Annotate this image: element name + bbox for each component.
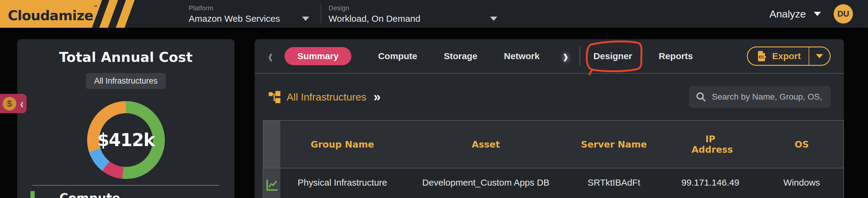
total-annual-cost-card: Total Annual Cost All Infrastructures $4… [17,39,235,198]
column-header-icon [264,121,280,168]
cell-ip-address[interactable]: 99.171.146.49 [661,168,760,198]
filter-row: All Infrastructures » [255,74,844,120]
search-input[interactable] [712,92,824,102]
scope-breadcrumb[interactable]: All Infrastructures [287,91,367,103]
topbar-divider [321,4,321,24]
legend-label: Compute [59,191,120,198]
cell-server-name[interactable]: SRTktIBAdFt [567,168,661,198]
dollar-icon: $ [3,97,16,111]
tab-storage[interactable]: Storage [444,51,477,61]
column-header-group-name[interactable]: Group Name [280,121,404,168]
logo-stripe [115,0,136,28]
column-header-ip-address[interactable]: IP Address [661,121,760,168]
column-header-label: Server Name [581,139,647,150]
main-panel: ‹ Summary Compute Storage Network › Desi… [255,39,844,198]
scope-badge[interactable]: All Infrastructures [86,73,165,89]
export-button[interactable]: Export [747,47,831,66]
tab-designer[interactable]: Designer [593,51,632,61]
export-label: Export [772,51,801,61]
search-icon [695,91,707,102]
line-chart-icon [265,179,278,192]
column-header-os[interactable]: OS [760,121,843,168]
column-header-asset[interactable]: Asset [404,121,567,168]
design-value: Workload, On Demand [329,13,421,24]
analyze-menu[interactable]: Analyze [770,8,821,20]
chevron-down-icon [816,54,823,58]
column-header-label: Asset [472,139,500,150]
cell-asset[interactable]: Development_Custom Apps DB [404,168,567,198]
brand-name: Cloudamize™ [8,4,98,24]
column-header-server-name[interactable]: Server Name [567,121,661,168]
design-label: Design [329,4,497,12]
platform-label: Platform [189,4,309,12]
chevron-down-icon[interactable] [490,17,497,21]
tab-network[interactable]: Network [504,51,539,61]
top-bar: Cloudamize™ Platform Amazon Web Services… [0,0,868,28]
row-chart-cell[interactable] [264,168,280,198]
tab-summary[interactable]: Summary [284,47,352,65]
logo-stripe [98,0,119,28]
brand-logo[interactable]: Cloudamize™ [0,0,144,28]
chevron-left-icon: ‹ [20,97,24,110]
cost-panel-collapse-tab[interactable]: $ ‹ [0,94,27,113]
platform-value: Amazon Web Services [189,13,280,24]
trademark-symbol: ™ [93,4,98,10]
infrastructure-table: Group Name Asset Server Name IP Address … [263,120,844,198]
hierarchy-icon [268,90,281,104]
avatar[interactable]: DU [834,4,853,24]
cell-os[interactable]: Windows [760,168,843,198]
legend-divider [32,185,219,186]
total-cost-value: $412k [97,130,155,150]
platform-selector[interactable]: Platform Amazon Web Services [189,4,309,24]
export-dropdown[interactable] [809,54,830,58]
tabs-scroll-left-icon[interactable]: ‹ [268,47,273,66]
tabs-divider [580,47,580,65]
tab-compute[interactable]: Compute [378,51,417,61]
legend-item-compute[interactable]: Compute [17,191,235,198]
tabs-row: ‹ Summary Compute Storage Network › Desi… [255,39,844,73]
cost-donut-chart[interactable]: $412k [87,101,165,179]
chevron-down-icon[interactable] [302,17,309,21]
tabs-scroll-right-icon[interactable]: › [563,47,568,66]
column-header-label: Group Name [311,139,374,150]
column-header-label: IP Address [692,134,730,155]
search-box[interactable] [689,86,831,108]
cell-group-name[interactable]: Physical Infrastructure [280,168,404,198]
chevron-down-icon [814,12,821,16]
design-selector[interactable]: Design Workload, On Demand [329,4,497,24]
brand-text: Cloudamize [8,7,93,24]
cost-card-title: Total Annual Cost [17,49,235,65]
column-header-label: OS [795,139,809,150]
donut-hole: $412k [99,113,153,167]
double-chevron-right-icon[interactable]: » [374,90,381,104]
legend-swatch [30,191,35,198]
tab-reports[interactable]: Reports [659,51,693,61]
analyze-label: Analyze [770,8,806,20]
file-export-icon [755,50,768,62]
